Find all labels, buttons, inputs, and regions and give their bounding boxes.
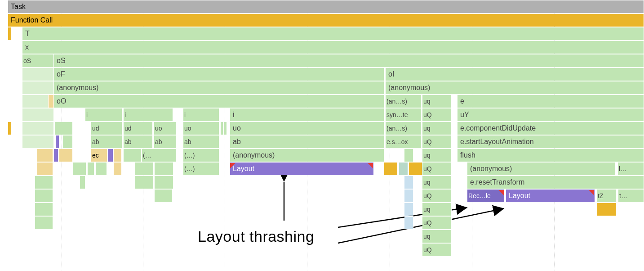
flame-entry[interactable]: ab [124, 135, 153, 148]
flame-entry[interactable] [155, 162, 173, 175]
flame-entry[interactable]: uQ [422, 243, 452, 256]
flame-entry[interactable]: ab [91, 135, 122, 148]
flame-entry[interactable]: (…) [183, 149, 219, 162]
flame-entry[interactable]: (anonymous) [230, 149, 384, 162]
flame-entry[interactable] [22, 108, 54, 121]
flame-entry[interactable]: (an…s) [386, 122, 422, 135]
flame-entry[interactable] [88, 162, 94, 175]
flame-entry[interactable]: uq [422, 122, 452, 135]
flame-entry[interactable] [22, 68, 54, 81]
flame-entry[interactable]: oS [54, 54, 644, 67]
flame-entry[interactable]: e [457, 95, 644, 108]
flame-entry[interactable] [404, 216, 413, 229]
flame-entry[interactable]: uQ [422, 108, 452, 121]
flame-entry[interactable] [22, 122, 54, 135]
flame-entry[interactable] [404, 176, 413, 189]
flame-entry[interactable] [96, 162, 107, 175]
flame-entry[interactable]: oO [54, 95, 384, 108]
flame-entry[interactable]: i [85, 108, 122, 121]
flame-entry[interactable] [114, 149, 122, 162]
flame-entry[interactable]: uo [183, 122, 219, 135]
flame-entry[interactable]: ab [230, 135, 384, 148]
flame-entry[interactable] [55, 122, 73, 135]
flame-entry[interactable] [404, 203, 413, 216]
flame-entry[interactable] [399, 162, 408, 175]
flame-entry[interactable]: oI [386, 68, 644, 81]
flame-entry[interactable] [409, 162, 422, 175]
flame-entry[interactable]: t… [618, 189, 644, 202]
flame-entry[interactable] [135, 162, 154, 175]
flame-entry[interactable]: (anonymous) [467, 162, 616, 175]
flame-entry[interactable] [35, 176, 53, 189]
flame-entry[interactable]: ec [91, 149, 107, 162]
flame-entry[interactable]: tZ [597, 189, 617, 202]
flame-entry[interactable]: i [124, 108, 173, 121]
flame-entry[interactable] [404, 149, 413, 162]
flame-entry[interactable] [22, 135, 54, 148]
flame-entry[interactable]: syn…te [386, 108, 422, 121]
flame-entry[interactable]: uq [422, 203, 452, 216]
flame-entry[interactable]: e.resetTransform [467, 176, 644, 189]
flame-entry[interactable]: e.componentDidUpdate [457, 122, 644, 135]
flame-entry[interactable] [35, 189, 53, 202]
flame-entry[interactable]: oF [54, 68, 384, 81]
flame-entry[interactable]: (anonymous) [386, 81, 644, 94]
flame-entry[interactable]: uQ [422, 189, 452, 202]
flame-entry[interactable] [63, 135, 73, 148]
flame-entry[interactable]: uq [422, 95, 452, 108]
flame-entry[interactable] [8, 27, 12, 40]
flame-entry[interactable]: (an…s) [386, 95, 422, 108]
flame-entry[interactable] [35, 203, 53, 216]
flame-entry[interactable]: Layout [506, 189, 595, 202]
flame-entry[interactable]: (…) [183, 162, 219, 175]
flame-entry[interactable] [59, 149, 73, 162]
flame-entry[interactable] [73, 162, 86, 175]
flame-entry[interactable]: T [22, 27, 644, 40]
flame-entry[interactable]: uQ [422, 135, 452, 148]
flame-entry[interactable]: uq [422, 149, 452, 162]
flame-entry[interactable] [384, 162, 398, 175]
flame-entry[interactable]: uq [422, 230, 452, 243]
flame-entry[interactable]: uQ [422, 162, 452, 175]
flame-entry[interactable]: Task [8, 0, 644, 13]
flame-entry[interactable]: Layout [230, 162, 374, 175]
flame-entry[interactable] [49, 95, 54, 108]
flame-entry[interactable]: e.startLayoutAnimation [457, 135, 644, 148]
flame-entry[interactable]: flush [457, 149, 644, 162]
flame-entry[interactable] [155, 189, 173, 202]
flame-entry[interactable]: (… [142, 149, 177, 162]
flame-entry[interactable]: ab [183, 135, 219, 148]
flame-entry[interactable] [404, 189, 413, 202]
flame-entry[interactable] [37, 149, 53, 162]
flame-entry[interactable] [22, 95, 49, 108]
flame-entry[interactable]: i [230, 108, 384, 121]
flame-entry[interactable] [37, 162, 53, 175]
flame-entry[interactable]: ud [91, 122, 122, 135]
flame-entry[interactable]: x [22, 41, 644, 54]
flame-entry[interactable]: uQ [422, 216, 452, 229]
flame-entry[interactable]: l… [618, 162, 644, 175]
flame-entry[interactable] [54, 149, 58, 162]
flame-entry[interactable] [22, 81, 54, 94]
flame-entry[interactable] [124, 149, 142, 162]
flame-entry[interactable] [80, 176, 85, 189]
flame-entry[interactable]: e.s…ox [386, 135, 422, 148]
flame-entry[interactable] [8, 122, 12, 135]
flame-entry[interactable] [155, 176, 173, 189]
flame-entry[interactable]: ab [154, 135, 177, 148]
flame-entry[interactable] [114, 162, 122, 175]
flame-entry[interactable]: oS [22, 54, 54, 67]
flame-entry[interactable]: uo [154, 122, 177, 135]
flame-entry[interactable] [35, 216, 53, 229]
flame-entry[interactable]: i [183, 108, 219, 121]
flame-entry[interactable] [224, 122, 227, 135]
flame-entry[interactable]: uq [422, 176, 452, 189]
flame-entry[interactable]: ud [124, 122, 153, 135]
flame-entry[interactable] [56, 135, 59, 148]
flame-entry[interactable] [221, 122, 223, 135]
flame-chart[interactable]: Layout thrashing TaskFunction CallTxoSoS… [0, 0, 644, 271]
flame-entry[interactable] [135, 176, 154, 189]
flame-entry[interactable]: uY [457, 108, 644, 121]
flame-entry[interactable]: uo [230, 122, 384, 135]
flame-entry[interactable]: (anonymous) [54, 81, 384, 94]
